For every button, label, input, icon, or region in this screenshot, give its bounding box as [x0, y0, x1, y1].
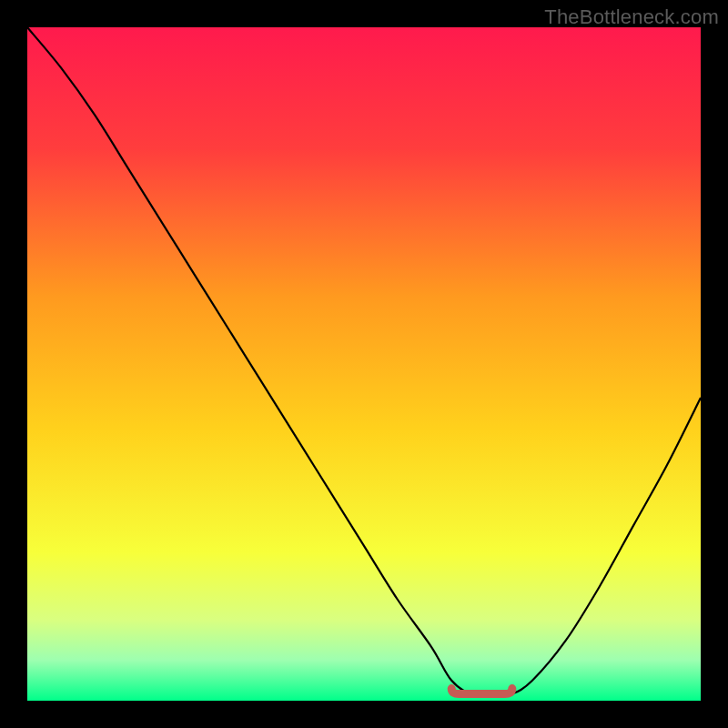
bottleneck-chart	[27, 27, 701, 701]
app-frame: TheBottleneck.com	[0, 0, 728, 728]
chart-area	[27, 27, 701, 701]
watermark-text: TheBottleneck.com	[544, 5, 719, 29]
gradient-background	[27, 27, 701, 701]
